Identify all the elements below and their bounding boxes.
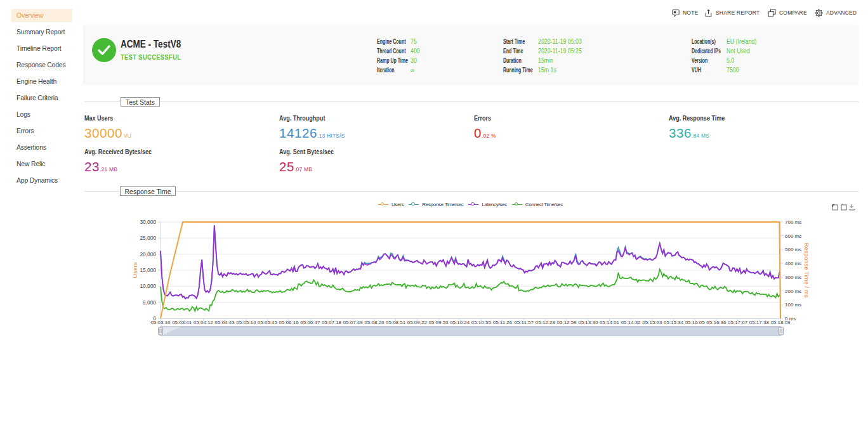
svg-text:05:08:51: 05:08:51 <box>386 320 406 325</box>
svg-text:05:09:53: 05:09:53 <box>428 320 449 325</box>
svg-text:05:08:20: 05:08:20 <box>364 320 385 325</box>
svg-text:05:16:36: 05:16:36 <box>706 320 727 325</box>
svg-text:05:14:01: 05:14:01 <box>600 320 620 325</box>
svg-text:05:13:30: 05:13:30 <box>578 320 598 325</box>
svg-text:05:04:12: 05:04:12 <box>194 320 214 325</box>
svg-text:05:11:57: 05:11:57 <box>514 320 534 325</box>
svg-text:100 ms: 100 ms <box>785 302 801 308</box>
svg-text:05:05:14: 05:05:14 <box>236 320 256 325</box>
svg-text:Response Time / ms: Response Time / ms <box>803 243 810 298</box>
svg-text:10,000: 10,000 <box>140 283 156 289</box>
svg-text:30,000: 30,000 <box>140 219 156 225</box>
svg-text:200 ms: 200 ms <box>785 289 801 294</box>
svg-text:05:11:26: 05:11:26 <box>493 320 513 325</box>
svg-text:05:06:16: 05:06:16 <box>279 320 299 325</box>
svg-text:05:18:09: 05:18:09 <box>770 320 791 325</box>
svg-text:500 ms: 500 ms <box>785 247 801 252</box>
svg-text:05:09:22: 05:09:22 <box>407 320 428 325</box>
svg-text:400 ms: 400 ms <box>785 261 801 266</box>
svg-text:05:03:41: 05:03:41 <box>172 320 192 325</box>
svg-text:05:10:24: 05:10:24 <box>450 320 470 325</box>
svg-text:15,000: 15,000 <box>140 267 156 273</box>
svg-text:05:12:59: 05:12:59 <box>557 320 577 325</box>
svg-text:05:15:34: 05:15:34 <box>664 320 684 325</box>
svg-text:05:16:05: 05:16:05 <box>685 320 706 325</box>
svg-text:5,000: 5,000 <box>143 299 156 306</box>
svg-text:05:17:38: 05:17:38 <box>749 320 770 325</box>
svg-text:700 ms: 700 ms <box>785 219 801 225</box>
svg-text:05:15:03: 05:15:03 <box>642 320 662 325</box>
svg-text:600 ms: 600 ms <box>785 233 801 239</box>
svg-text:05:07:49: 05:07:49 <box>343 320 364 325</box>
svg-text:05:07:18: 05:07:18 <box>322 320 342 325</box>
svg-text:05:06:47: 05:06:47 <box>300 320 320 325</box>
svg-text:05:10:55: 05:10:55 <box>471 320 492 325</box>
svg-text:05:04:43: 05:04:43 <box>215 320 235 325</box>
svg-text:05:14:32: 05:14:32 <box>621 320 641 325</box>
svg-text:05:17:07: 05:17:07 <box>728 320 748 325</box>
svg-text:05:05:45: 05:05:45 <box>258 320 278 325</box>
svg-text:20,000: 20,000 <box>140 251 156 258</box>
svg-text:05:03:10: 05:03:10 <box>150 320 171 325</box>
svg-text:25,000: 25,000 <box>140 235 156 241</box>
svg-text:300 ms: 300 ms <box>785 275 801 280</box>
svg-text:Users: Users <box>131 262 138 278</box>
svg-text:05:12:28: 05:12:28 <box>536 320 556 325</box>
